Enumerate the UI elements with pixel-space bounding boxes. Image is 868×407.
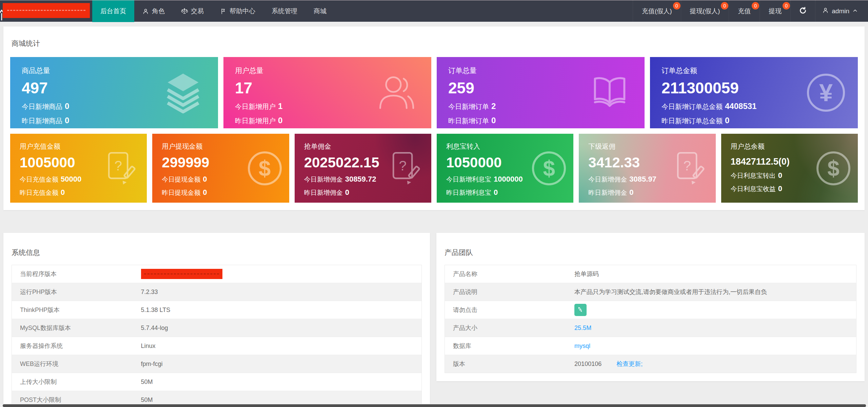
users-icon xyxy=(374,71,418,115)
card-title: 利息宝转入 xyxy=(446,142,573,151)
svg-text:?: ? xyxy=(115,158,122,173)
quick-item-label: 提现(假人) xyxy=(690,7,720,16)
menu-item-label: 商城 xyxy=(314,7,327,16)
table-row: 版本 20100106 检查更新; xyxy=(445,355,856,373)
card-line: 昨日提现金额0 xyxy=(162,188,289,197)
notification-badge: 0 xyxy=(673,2,680,10)
info-value: 5.7.44-log xyxy=(141,325,168,332)
menu-item-label: 后台首页 xyxy=(100,7,126,16)
product-team-table: 产品名称 抢单源码 产品说明 本产品只为学习测试交流,请勿要做商业或者用于违法行… xyxy=(445,265,856,373)
quick-withdraw[interactable]: 提现 0 xyxy=(760,0,790,22)
rocket-icon[interactable] xyxy=(574,304,587,316)
redaction-overlay xyxy=(3,3,90,18)
info-label: 产品大小 xyxy=(445,324,574,332)
card-line: 昨日新增订单总金额0 xyxy=(662,116,858,126)
info-value xyxy=(141,269,222,279)
stat-card-orders-total: 订单总量 259 今日新增订单2 昨日新增订单0 xyxy=(437,57,645,128)
info-label: 服务器操作系统 xyxy=(12,342,141,350)
quick-item-label: 充值(假人) xyxy=(642,7,672,16)
mall-statistics-panel: 商城统计 商品总量 497 今日新增商品0 昨日新增商品0 用户总量 17 今日… xyxy=(3,26,865,210)
redaction-overlay xyxy=(141,269,222,279)
info-value: 50M xyxy=(141,378,153,386)
book-icon xyxy=(588,71,632,115)
menu-item-roles[interactable]: 角色 xyxy=(134,0,173,22)
info-label: 产品说明 xyxy=(445,288,574,296)
svg-text:?: ? xyxy=(683,158,691,173)
scale-icon xyxy=(181,8,188,15)
menu-item-trade[interactable]: 交易 xyxy=(173,0,212,22)
card-line: 昨日新增利息宝0 xyxy=(446,188,573,197)
menu-item-label: 角色 xyxy=(152,7,165,16)
database-link[interactable]: mysql xyxy=(574,343,590,350)
menu-item-label: 帮助中心 xyxy=(230,7,255,16)
layers-icon xyxy=(161,71,205,115)
notification-badge: 0 xyxy=(721,2,728,10)
menu-item-system[interactable]: 系统管理 xyxy=(263,0,305,22)
info-label: 当前程序版本 xyxy=(12,270,141,278)
stat-card-order-amount-total: 订单总金额 211300059 今日新增订单总金额4408531 昨日新增订单总… xyxy=(650,57,858,128)
info-value: Linux xyxy=(141,343,156,350)
info-label: MySQL数据库版本 xyxy=(12,324,141,332)
info-value: 7.2.33 xyxy=(141,289,158,296)
person-icon xyxy=(822,7,829,15)
card-line: 昨日新增佣金0 xyxy=(304,188,431,197)
check-update-link[interactable]: 检查更新; xyxy=(616,360,643,368)
user-menu[interactable]: admin xyxy=(815,0,865,22)
table-row: 运行PHP版本 7.2.33 xyxy=(12,283,421,301)
refresh-icon xyxy=(799,6,807,16)
version-value: 20100106 xyxy=(574,360,601,368)
info-value: 25.5M xyxy=(574,325,591,332)
product-team-panel: 产品团队 产品名称 抢单源码 产品说明 本产品只为学习测试交流,请勿要做商业或者… xyxy=(436,233,865,381)
doc-edit-icon: ? xyxy=(671,150,708,187)
stat-card-sub-commission: 下级返佣 3412.33 今日新增佣金3085.97 昨日新增佣金0 ? xyxy=(579,134,715,203)
menu-item-mall[interactable]: 商城 xyxy=(305,0,335,22)
menu-item-label: 系统管理 xyxy=(272,7,297,16)
quick-withdraw-fake[interactable]: 提现(假人) 0 xyxy=(681,0,729,22)
notification-badge: 0 xyxy=(783,2,790,10)
stat-card-user-balance: 用户总余额 18427112.5(0) 今日利息宝转出0 今日利息宝收益0 $ xyxy=(721,134,858,203)
stat-card-order-commission: 抢单佣金 2025022.15 今日新增佣金30859.72 昨日新增佣金0 ? xyxy=(295,134,431,203)
info-label: 版本 xyxy=(445,360,574,368)
info-value: 20100106 检查更新; xyxy=(574,360,643,368)
quick-item-label: 充值 xyxy=(738,7,751,16)
card-line: 昨日新增用户0 xyxy=(235,116,431,126)
info-label: ThinkPHP版本 xyxy=(12,306,141,314)
stat-card-products-total: 商品总量 497 今日新增商品0 昨日新增商品0 xyxy=(10,57,218,128)
dollar-circle-icon: $ xyxy=(248,151,282,185)
info-value: 抢单源码 xyxy=(574,270,599,278)
card-title: 用户总余额 xyxy=(731,142,858,151)
stat-card-user-recharge: 用户充值金额 1005000 今日充值金额50000 昨日充值金额0 ? xyxy=(10,134,147,203)
table-row: ThinkPHP版本 5.1.38 LTS xyxy=(12,301,421,319)
doc-edit-icon: ? xyxy=(102,150,139,187)
info-value xyxy=(574,304,587,316)
system-info-panel: 系统信息 当前程序版本 运行PHP版本 7.2.33 ThinkPHP版本 5.… xyxy=(3,233,430,407)
flag-icon xyxy=(220,8,226,15)
menu-item-help-center[interactable]: 帮助中心 xyxy=(212,0,263,22)
stat-card-users-total: 用户总量 17 今日新增用户1 昨日新增用户0 xyxy=(223,57,431,128)
main-menu: 后台首页 角色 交易 xyxy=(92,0,335,22)
card-line: 昨日充值金额0 xyxy=(20,188,147,197)
table-row: 产品说明 本产品只为学习测试交流,请勿要做商业或者用于违法行为,一切后果自负 xyxy=(445,283,856,301)
refresh-button[interactable] xyxy=(790,0,815,22)
quick-recharge[interactable]: 充值 0 xyxy=(729,0,760,22)
scrollbar-thumb[interactable] xyxy=(3,404,866,407)
info-value: 50M xyxy=(141,396,153,404)
info-label: WEB运行环境 xyxy=(12,360,141,368)
card-line: 昨日新增订单0 xyxy=(448,116,645,126)
card-line: 昨日新增佣金0 xyxy=(588,188,715,197)
quick-recharge-fake[interactable]: 充值(假人) 0 xyxy=(633,0,681,22)
table-row: 产品名称 抢单源码 xyxy=(445,265,856,283)
notification-badge: 0 xyxy=(752,2,759,10)
info-value: fpm-fcgi xyxy=(141,360,163,368)
menu-item-home[interactable]: 后台首页 xyxy=(92,0,134,22)
info-value: mysql xyxy=(574,343,590,350)
table-row: 当前程序版本 xyxy=(12,265,421,283)
section-title: 产品团队 xyxy=(436,233,865,257)
table-row: 请勿点击 xyxy=(445,301,856,319)
horizontal-scrollbar xyxy=(0,404,868,407)
table-row: MySQL数据库版本 5.7.44-log xyxy=(12,319,421,337)
section-title: 商城统计 xyxy=(3,26,865,48)
product-size-link[interactable]: 25.5M xyxy=(574,325,591,332)
card-line: 今日利息宝收益0 xyxy=(731,184,858,193)
card-line: 昨日新增商品0 xyxy=(22,116,218,126)
